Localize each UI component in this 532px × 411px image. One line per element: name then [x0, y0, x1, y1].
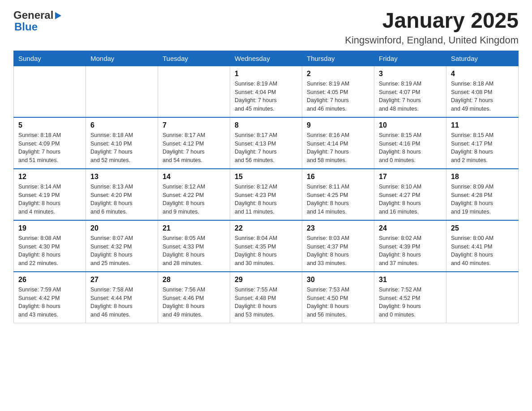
day-number: 12	[18, 173, 81, 181]
calendar-cell-w4-d1: 19Sunrise: 8:08 AM Sunset: 4:30 PM Dayli…	[14, 220, 86, 272]
page-header: General Blue January 2025 Kingswinford, …	[13, 9, 519, 46]
day-number: 6	[90, 121, 153, 129]
calendar-cell-w2-d3: 7Sunrise: 8:17 AM Sunset: 4:12 PM Daylig…	[158, 117, 230, 169]
day-number: 21	[163, 224, 225, 232]
day-info: Sunrise: 8:00 AM Sunset: 4:41 PM Dayligh…	[451, 234, 514, 268]
day-number: 4	[451, 70, 514, 78]
day-info: Sunrise: 8:13 AM Sunset: 4:20 PM Dayligh…	[90, 183, 153, 216]
calendar-cell-w3-d2: 13Sunrise: 8:13 AM Sunset: 4:20 PM Dayli…	[86, 169, 158, 220]
day-info: Sunrise: 7:58 AM Sunset: 4:44 PM Dayligh…	[90, 286, 153, 319]
calendar-cell-w1-d1	[14, 66, 86, 117]
day-info: Sunrise: 7:56 AM Sunset: 4:46 PM Dayligh…	[163, 286, 225, 319]
day-info: Sunrise: 8:10 AM Sunset: 4:27 PM Dayligh…	[379, 183, 442, 216]
calendar-cell-w5-d4: 29Sunrise: 7:55 AM Sunset: 4:48 PM Dayli…	[230, 272, 302, 323]
day-number: 23	[307, 224, 369, 232]
day-number: 17	[379, 173, 442, 181]
day-number: 20	[90, 224, 153, 232]
day-number: 15	[235, 173, 297, 181]
calendar-cell-w4-d4: 22Sunrise: 8:04 AM Sunset: 4:35 PM Dayli…	[230, 220, 302, 272]
day-number: 19	[18, 224, 81, 232]
calendar-cell-w5-d2: 27Sunrise: 7:58 AM Sunset: 4:44 PM Dayli…	[86, 272, 158, 323]
day-info: Sunrise: 8:04 AM Sunset: 4:35 PM Dayligh…	[235, 234, 297, 268]
week-row-1: 1Sunrise: 8:19 AM Sunset: 4:04 PM Daylig…	[14, 66, 519, 117]
week-row-4: 19Sunrise: 8:08 AM Sunset: 4:30 PM Dayli…	[14, 220, 519, 272]
calendar-cell-w4-d6: 24Sunrise: 8:02 AM Sunset: 4:39 PM Dayli…	[374, 220, 446, 272]
calendar-cell-w1-d3	[158, 66, 230, 117]
calendar-cell-w5-d7	[446, 272, 519, 323]
calendar-cell-w2-d4: 8Sunrise: 8:17 AM Sunset: 4:13 PM Daylig…	[230, 117, 302, 169]
month-year-title: January 2025	[345, 9, 519, 33]
title-section: January 2025 Kingswinford, England, Unit…	[345, 9, 519, 46]
day-number: 18	[451, 173, 514, 181]
week-row-2: 5Sunrise: 8:18 AM Sunset: 4:09 PM Daylig…	[14, 117, 519, 169]
calendar-cell-w1-d5: 2Sunrise: 8:19 AM Sunset: 4:05 PM Daylig…	[302, 66, 374, 117]
day-info: Sunrise: 8:09 AM Sunset: 4:28 PM Dayligh…	[451, 183, 514, 216]
calendar-cell-w2-d2: 6Sunrise: 8:18 AM Sunset: 4:10 PM Daylig…	[86, 117, 158, 169]
col-saturday: Saturday	[446, 51, 519, 66]
day-number: 5	[18, 121, 81, 129]
day-info: Sunrise: 8:14 AM Sunset: 4:19 PM Dayligh…	[18, 183, 81, 216]
day-info: Sunrise: 8:16 AM Sunset: 4:14 PM Dayligh…	[307, 131, 369, 165]
day-info: Sunrise: 8:05 AM Sunset: 4:33 PM Dayligh…	[163, 234, 225, 268]
day-info: Sunrise: 7:55 AM Sunset: 4:48 PM Dayligh…	[235, 286, 297, 319]
day-number: 29	[235, 276, 297, 284]
calendar-cell-w1-d7: 4Sunrise: 8:18 AM Sunset: 4:08 PM Daylig…	[446, 66, 519, 117]
day-info: Sunrise: 8:17 AM Sunset: 4:12 PM Dayligh…	[163, 131, 225, 165]
day-number: 26	[18, 276, 81, 284]
day-info: Sunrise: 8:19 AM Sunset: 4:07 PM Dayligh…	[379, 80, 442, 113]
calendar-cell-w3-d4: 15Sunrise: 8:12 AM Sunset: 4:23 PM Dayli…	[230, 169, 302, 220]
day-number: 8	[235, 121, 297, 129]
calendar-cell-w5-d5: 30Sunrise: 7:53 AM Sunset: 4:50 PM Dayli…	[302, 272, 374, 323]
col-thursday: Thursday	[302, 51, 374, 66]
day-number: 31	[379, 276, 442, 284]
day-info: Sunrise: 8:15 AM Sunset: 4:17 PM Dayligh…	[451, 131, 514, 165]
location-subtitle: Kingswinford, England, United Kingdom	[345, 34, 519, 46]
calendar-cell-w3-d6: 17Sunrise: 8:10 AM Sunset: 4:27 PM Dayli…	[374, 169, 446, 220]
logo-blue-text: Blue	[14, 21, 38, 33]
day-number: 3	[379, 70, 442, 78]
day-number: 28	[163, 276, 225, 284]
calendar-table: Sunday Monday Tuesday Wednesday Thursday…	[13, 51, 519, 323]
logo-general-text: General	[13, 9, 53, 21]
day-number: 16	[307, 173, 369, 181]
day-info: Sunrise: 8:18 AM Sunset: 4:09 PM Dayligh…	[18, 131, 81, 165]
day-info: Sunrise: 8:12 AM Sunset: 4:22 PM Dayligh…	[163, 183, 225, 216]
day-info: Sunrise: 8:02 AM Sunset: 4:39 PM Dayligh…	[379, 234, 442, 268]
logo: General Blue	[13, 9, 63, 33]
calendar-cell-w2-d1: 5Sunrise: 8:18 AM Sunset: 4:09 PM Daylig…	[14, 117, 86, 169]
calendar-header-row: Sunday Monday Tuesday Wednesday Thursday…	[14, 51, 519, 66]
day-info: Sunrise: 7:53 AM Sunset: 4:50 PM Dayligh…	[307, 286, 369, 319]
calendar-cell-w3-d3: 14Sunrise: 8:12 AM Sunset: 4:22 PM Dayli…	[158, 169, 230, 220]
day-number: 30	[307, 276, 369, 284]
day-number: 25	[451, 224, 514, 232]
day-info: Sunrise: 8:03 AM Sunset: 4:37 PM Dayligh…	[307, 234, 369, 268]
col-wednesday: Wednesday	[230, 51, 302, 66]
calendar-cell-w3-d1: 12Sunrise: 8:14 AM Sunset: 4:19 PM Dayli…	[14, 169, 86, 220]
calendar-cell-w2-d5: 9Sunrise: 8:16 AM Sunset: 4:14 PM Daylig…	[302, 117, 374, 169]
day-info: Sunrise: 8:17 AM Sunset: 4:13 PM Dayligh…	[235, 131, 297, 165]
day-number: 22	[235, 224, 297, 232]
week-row-5: 26Sunrise: 7:59 AM Sunset: 4:42 PM Dayli…	[14, 272, 519, 323]
calendar-cell-w5-d3: 28Sunrise: 7:56 AM Sunset: 4:46 PM Dayli…	[158, 272, 230, 323]
calendar-cell-w4-d5: 23Sunrise: 8:03 AM Sunset: 4:37 PM Dayli…	[302, 220, 374, 272]
day-info: Sunrise: 8:07 AM Sunset: 4:32 PM Dayligh…	[90, 234, 153, 268]
calendar-cell-w5-d6: 31Sunrise: 7:52 AM Sunset: 4:52 PM Dayli…	[374, 272, 446, 323]
calendar-cell-w1-d6: 3Sunrise: 8:19 AM Sunset: 4:07 PM Daylig…	[374, 66, 446, 117]
week-row-3: 12Sunrise: 8:14 AM Sunset: 4:19 PM Dayli…	[14, 169, 519, 220]
day-info: Sunrise: 8:11 AM Sunset: 4:25 PM Dayligh…	[307, 183, 369, 216]
day-number: 11	[451, 121, 514, 129]
calendar-cell-w4-d3: 21Sunrise: 8:05 AM Sunset: 4:33 PM Dayli…	[158, 220, 230, 272]
day-number: 7	[163, 121, 225, 129]
day-info: Sunrise: 8:12 AM Sunset: 4:23 PM Dayligh…	[235, 183, 297, 216]
day-number: 1	[235, 70, 297, 78]
day-info: Sunrise: 7:59 AM Sunset: 4:42 PM Dayligh…	[18, 286, 81, 319]
day-info: Sunrise: 8:15 AM Sunset: 4:16 PM Dayligh…	[379, 131, 442, 165]
day-info: Sunrise: 8:18 AM Sunset: 4:08 PM Dayligh…	[451, 80, 514, 113]
calendar-cell-w2-d6: 10Sunrise: 8:15 AM Sunset: 4:16 PM Dayli…	[374, 117, 446, 169]
calendar-cell-w2-d7: 11Sunrise: 8:15 AM Sunset: 4:17 PM Dayli…	[446, 117, 519, 169]
calendar-cell-w5-d1: 26Sunrise: 7:59 AM Sunset: 4:42 PM Dayli…	[14, 272, 86, 323]
day-number: 24	[379, 224, 442, 232]
day-number: 13	[90, 173, 153, 181]
logo-arrow-icon	[54, 11, 63, 20]
calendar-cell-w4-d7: 25Sunrise: 8:00 AM Sunset: 4:41 PM Dayli…	[446, 220, 519, 272]
